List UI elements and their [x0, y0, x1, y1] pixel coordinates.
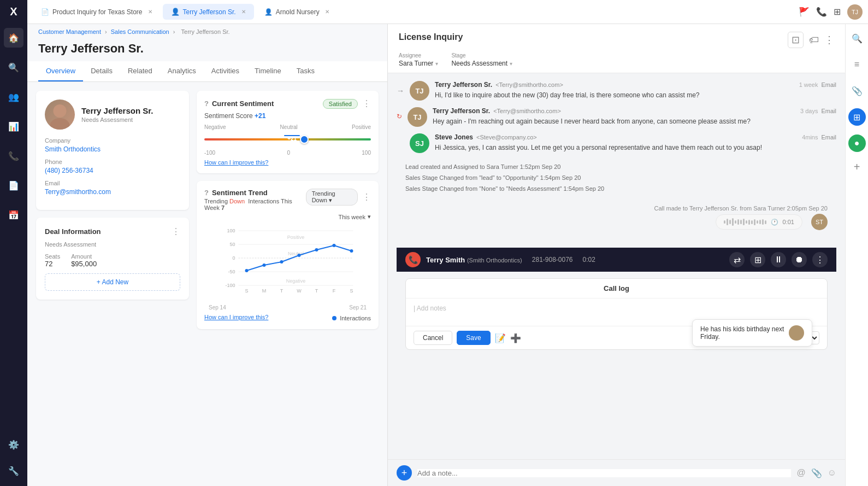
tab-overview[interactable]: Overview	[38, 61, 83, 81]
cancel-button[interactable]: Cancel	[414, 331, 452, 345]
user-avatar[interactable]: TJ	[847, 4, 863, 20]
call-grid-btn[interactable]: ⊞	[750, 252, 765, 267]
transcript-icon[interactable]: 📝	[495, 333, 506, 343]
add-note-plus-button[interactable]: +	[397, 465, 412, 481]
tab-arnold-icon: 👤	[264, 8, 273, 16]
assignee-value[interactable]: Sara Turner ▾	[399, 60, 438, 67]
add-icon[interactable]: ➕	[510, 333, 521, 343]
sidebar-icon-calendar[interactable]: 📅	[4, 205, 23, 225]
msg-content-1: Terry Jefferson Sr. <Terry@smithortho.co…	[435, 81, 836, 100]
breadcrumb-current: Terry Jefferson Sr.	[181, 28, 230, 35]
at-icon[interactable]: @	[796, 468, 805, 478]
add-note-input[interactable]	[417, 469, 791, 477]
call-pause-btn[interactable]: ⏸	[771, 252, 786, 267]
sentiment-slider[interactable]: +21	[204, 131, 371, 148]
rs-filter-icon[interactable]: ≡	[848, 56, 866, 73]
tab-timeline[interactable]: Timeline	[247, 61, 289, 81]
msg-name-1: Terry Jefferson Sr.	[435, 81, 492, 89]
msg-type-2: Email	[821, 108, 836, 114]
chart-svg: 100 50 0 -50 -100 Positive Neutral Negat…	[204, 222, 371, 294]
wave-bar	[735, 220, 736, 224]
sidebar-icon-docs[interactable]: 📄	[4, 175, 23, 195]
phone-icon[interactable]: 📞	[816, 7, 827, 17]
tab-arnold[interactable]: 👤 Arnold Nursery ✕	[256, 4, 338, 20]
sidebar-icon-phone[interactable]: 📞	[4, 146, 23, 166]
company-value[interactable]: Smith Orthodontics	[45, 145, 101, 153]
tab-close-product[interactable]: ✕	[148, 9, 152, 15]
tab-details[interactable]: Details	[83, 61, 120, 81]
tab-activities[interactable]: Activities	[204, 61, 247, 81]
svg-text:T: T	[315, 288, 318, 294]
rs-search-icon[interactable]: 🔍	[848, 30, 866, 47]
improve-link-sentiment[interactable]: How can I improve this?	[204, 159, 371, 166]
content-area: Customer Management › Sales Communicatio…	[27, 24, 868, 486]
tab-close-arnold[interactable]: ✕	[325, 9, 329, 15]
call-more-btn[interactable]: ⋮	[812, 252, 828, 267]
question-icon: ?	[204, 99, 209, 108]
note-avatar	[789, 325, 804, 341]
rs-online-icon[interactable]: ●	[848, 134, 866, 152]
wave-bar	[746, 220, 747, 224]
sentiment-badge: Satisfied	[323, 99, 358, 109]
email-value[interactable]: Terry@smithortho.com	[45, 188, 111, 196]
sidebar-icon-search[interactable]: 🔍	[4, 57, 23, 77]
audio-bar[interactable]: 🕐 0:01	[716, 214, 802, 230]
svg-point-24	[280, 260, 284, 264]
svg-text:50: 50	[229, 242, 235, 247]
tab-analytics[interactable]: Analytics	[160, 61, 204, 81]
svg-point-27	[333, 244, 336, 247]
call-entry: Call made to Terry Jefferson Sr. from Sa…	[397, 203, 836, 232]
rs-add-icon[interactable]: +	[854, 161, 860, 173]
sidebar-icon-contacts[interactable]: 👥	[4, 87, 23, 107]
msg-time-3: 4mins	[802, 134, 818, 140]
call-label: Call made to Terry Jefferson Sr. from Sa…	[654, 205, 828, 212]
sidebar-icon-chart[interactable]: 📊	[4, 116, 23, 136]
tab-terry[interactable]: 👤 Terry Jefferson Sr. ✕	[163, 4, 254, 20]
svg-point-22	[245, 269, 249, 272]
flag-icon[interactable]: 🚩	[799, 7, 810, 17]
svg-text:T: T	[280, 288, 284, 294]
svg-text:M: M	[262, 288, 267, 294]
breadcrumb-sales[interactable]: Sales Communication	[111, 28, 169, 35]
sidebar-icon-home[interactable]: 🏠	[4, 28, 23, 48]
grid-icon[interactable]: ⊞	[834, 7, 841, 17]
amount-value: $95,000	[71, 260, 97, 268]
sidebar-icon-tools[interactable]: 🔧	[4, 461, 23, 481]
call-transfer-btn[interactable]: ⇄	[729, 252, 745, 267]
msg-header-1: Terry Jefferson Sr. <Terry@smithortho.co…	[435, 81, 836, 89]
scan-icon[interactable]: ⊡	[788, 32, 804, 48]
floating-note: He has his kids birthday next Friday.	[692, 319, 812, 347]
tab-product-inquiry[interactable]: 📄 Product Inquiry for Texas Store ✕	[33, 4, 161, 20]
tab-tasks[interactable]: Tasks	[289, 61, 322, 81]
svg-text:-50: -50	[228, 269, 235, 274]
deal-menu-icon[interactable]: ⋮	[172, 226, 180, 237]
amount-stat: Amount $95,000	[71, 253, 97, 268]
sentiment-menu-icon[interactable]: ⋮	[362, 98, 371, 109]
call-record-btn[interactable]: ⏺	[792, 252, 807, 267]
more-options-icon[interactable]: ⋮	[824, 34, 834, 46]
rs-table-icon[interactable]: ⊞	[848, 108, 866, 126]
tab-close-terry[interactable]: ✕	[241, 9, 246, 15]
svg-point-28	[350, 249, 353, 253]
phone-value[interactable]: (480) 256-36734	[45, 167, 93, 174]
contact-card: Terry Jefferson Sr. Needs Assessment Com…	[36, 91, 189, 210]
breadcrumb-customer[interactable]: Customer Management	[38, 28, 101, 35]
attach-icon[interactable]: 📎	[811, 468, 822, 478]
tab-related[interactable]: Related	[120, 61, 160, 81]
improve-link-trend[interactable]: How can I improve this?	[204, 314, 268, 320]
svg-text:0: 0	[232, 255, 235, 261]
emoji-icon[interactable]: ☺	[828, 468, 836, 478]
wave-bar	[740, 220, 742, 224]
stage-value[interactable]: Needs Assessment ▾	[451, 60, 512, 67]
sidebar-icon-settings[interactable]: ⚙️	[4, 435, 23, 454]
add-new-button[interactable]: + Add New	[45, 273, 180, 291]
timeline-event-1: Lead created and Assigned to Sara Turner…	[405, 162, 828, 173]
tag-icon[interactable]: 🏷	[809, 34, 819, 46]
meta-row: Assignee Sara Turner ▾ Stage Needs Asses…	[399, 52, 834, 67]
wave-bar	[729, 220, 731, 224]
rs-attach-icon[interactable]: 📎	[848, 82, 866, 99]
score-value: +21	[255, 112, 265, 120]
caller-company: (Smith Orthodontics)	[467, 257, 522, 264]
save-button[interactable]: Save	[457, 331, 490, 345]
trend-menu-icon[interactable]: ⋮	[362, 192, 371, 202]
